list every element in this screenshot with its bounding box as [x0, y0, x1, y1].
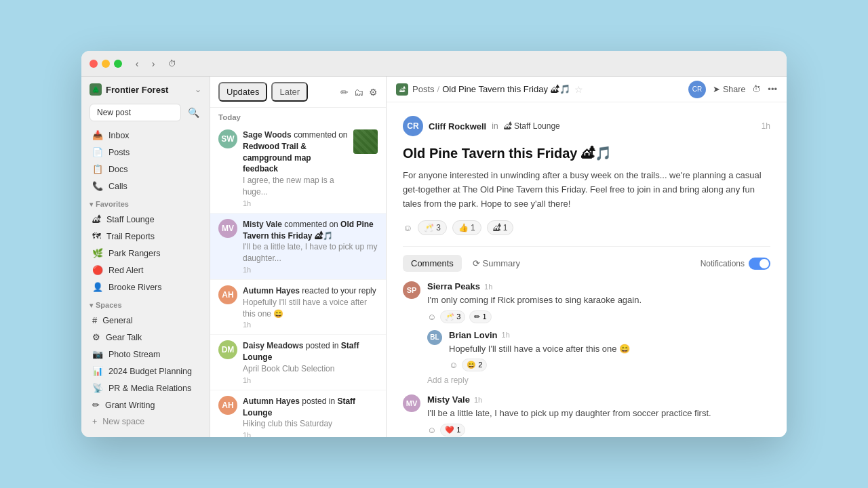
author-in: in [492, 121, 498, 131]
sidebar-item-docs[interactable]: 📋 Docs [84, 161, 207, 178]
tab-updates[interactable]: Updates [218, 82, 267, 102]
react-add-c2[interactable]: ☺ [427, 425, 436, 435]
breadcrumb: Posts / Old Pine Tavern this Friday 🏕🎵 [412, 84, 570, 94]
more-options-button[interactable]: ••• [768, 84, 777, 94]
archive-icon[interactable]: 🗂 [354, 87, 363, 98]
misty-text: I'll be a little late, I have to pick up… [427, 407, 770, 420]
trail-reports-icon: 🗺 [92, 231, 101, 241]
brian-avatar: BL [427, 330, 442, 345]
comment-1-body: Sierra Peaks 1h I'm only coming if Rick … [427, 281, 770, 385]
notif-content-3: Autumn Hayes reacted to your reply Hopef… [243, 285, 378, 329]
nav-arrows: ‹ › [130, 57, 160, 70]
notif-item-5[interactable]: AH Autumn Hayes posted in Staff Lounge H… [210, 390, 386, 437]
brian-body: Brian Lovin 1h Hopefully I'll still have… [449, 330, 770, 372]
sidebar-item-calls[interactable]: 📞 Calls [84, 178, 207, 195]
workspace-chevron[interactable]: ⌄ [195, 85, 201, 94]
staff-lounge-icon: 🏕 [92, 214, 101, 224]
reaction-c1-cheers[interactable]: 🥂 3 [440, 310, 465, 323]
space-tag[interactable]: 🏕 Staff Lounge [504, 121, 560, 131]
history-button[interactable]: ⏱ [165, 57, 179, 70]
sidebar-item-inbox[interactable]: 📥 Inbox [84, 127, 207, 144]
sidebar-item-brooke[interactable]: 👤 Brooke Rivers [84, 279, 207, 296]
back-button[interactable]: ‹ [130, 57, 144, 70]
close-button[interactable] [90, 60, 98, 68]
sierra-avatar: SP [403, 281, 420, 299]
share-button[interactable]: ➤ Share [713, 84, 745, 94]
chat-section[interactable]: ▾ Chat [81, 435, 210, 437]
post-text: For anyone interested in unwinding after… [403, 169, 770, 211]
comment-1: SP Sierra Peaks 1h I'm only coming if Ri… [403, 281, 770, 385]
new-space-button[interactable]: + New space [84, 413, 207, 430]
notifications-toggle-area: Notifications [701, 258, 770, 270]
reaction-thumbs[interactable]: 👍 1 [452, 220, 481, 235]
notif-item-1[interactable]: SW Sage Woods commented on Redwood Trail… [210, 124, 386, 214]
minimize-button[interactable] [102, 60, 110, 68]
sidebar-item-grant[interactable]: ✏ Grant Writing [84, 396, 207, 413]
sidebar-item-gear-talk[interactable]: ⚙ Gear Talk [84, 329, 207, 346]
react-add-r1[interactable]: ☺ [449, 360, 458, 370]
search-button[interactable]: 🔍 [185, 104, 201, 121]
avatar-daisy: DM [218, 340, 237, 359]
brian-text: Hopefully I'll still have a voice after … [449, 342, 770, 356]
user-avatar-header: CR [688, 81, 706, 98]
new-post-button[interactable]: New post [90, 104, 181, 121]
notifications-toggle[interactable] [749, 258, 770, 270]
traffic-lights [90, 60, 122, 68]
react-add-c1[interactable]: ☺ [427, 312, 436, 322]
maximize-button[interactable] [114, 60, 122, 68]
notif-item-3[interactable]: AH Autumn Hayes reacted to your reply Ho… [210, 280, 386, 335]
sidebar-item-photo-stream[interactable]: 📷 Photo Stream [84, 346, 207, 363]
sidebar-item-staff-lounge[interactable]: 🏕 Staff Lounge [84, 211, 207, 228]
main-layout: 🌲 Frontier Forest ⌄ New post 🔍 📥 Inbox 📄… [81, 77, 787, 437]
sidebar-item-park-rangers[interactable]: 🌿 Park Rangers [84, 245, 207, 262]
favorites-section[interactable]: ▾ Favorites [81, 195, 210, 211]
sidebar-item-posts[interactable]: 📄 Posts [84, 144, 207, 161]
author-name: Cliff Rockwell [429, 121, 486, 131]
post-title: Old Pine Tavern this Friday 🏕🎵 [403, 144, 770, 162]
settings-icon[interactable]: ⚙ [369, 87, 378, 98]
red-alert-icon: 🔴 [92, 265, 103, 275]
grant-icon: ✏ [92, 400, 100, 410]
avatar-sage: SW [218, 129, 237, 148]
sierra-reactions: ☺ 🥂 3 ✏ 1 [427, 310, 770, 323]
tab-later[interactable]: Later [271, 82, 308, 102]
gear-talk-icon: ⚙ [92, 332, 100, 342]
sidebar-item-budget[interactable]: 📊 2024 Budget Planning [84, 363, 207, 380]
spaces-section[interactable]: ▾ Spaces [81, 296, 210, 312]
tab-summary[interactable]: ⟳ Summary [465, 255, 528, 272]
brooke-icon: 👤 [92, 282, 103, 292]
reply-1: BL Brian Lovin 1h Hopefully I'll still h… [427, 330, 770, 372]
sidebar-item-pr[interactable]: 📡 PR & Media Relations [84, 380, 207, 396]
sidebar-item-trail-reports[interactable]: 🗺 Trail Reports [84, 228, 207, 245]
misty-avatar: MV [403, 394, 420, 412]
sidebar-item-red-alert[interactable]: 🔴 Red Alert [84, 262, 207, 279]
reaction-cheers[interactable]: 🥂 3 [418, 220, 447, 235]
sierra-time: 1h [484, 283, 492, 291]
forward-button[interactable]: › [146, 57, 160, 70]
notif-item-4[interactable]: DM Daisy Meadows posted in Staff Lounge … [210, 335, 386, 390]
tab-comments[interactable]: Comments [403, 255, 462, 272]
photo-stream-icon: 📷 [92, 349, 103, 359]
reaction-c2-heart[interactable]: ❤️ 1 [440, 424, 465, 436]
sidebar: 🌲 Frontier Forest ⌄ New post 🔍 📥 Inbox 📄… [81, 77, 210, 437]
add-reaction-button[interactable]: ☺ [403, 222, 412, 233]
workspace-name[interactable]: 🌲 Frontier Forest [90, 83, 168, 96]
sidebar-item-general[interactable]: # General [84, 312, 207, 329]
notif-content-2: Misty Vale commented on Old Pine Tavern … [243, 219, 378, 274]
reaction-r1-laugh[interactable]: 😄 2 [462, 359, 487, 371]
workspace-icon: 🌲 [90, 83, 102, 96]
misty-time: 1h [474, 396, 482, 404]
notifications-header: Updates Later ✏ 🗂 ⚙ [210, 77, 386, 108]
add-reply-1[interactable]: Add a reply [427, 375, 770, 385]
history-action-button[interactable]: ⏱ [752, 84, 761, 94]
brian-time: 1h [502, 331, 510, 339]
reaction-c1-pencil[interactable]: ✏ 1 [469, 310, 491, 323]
posts-icon: 📄 [92, 147, 103, 157]
compose-icon[interactable]: ✏ [340, 87, 349, 98]
star-button[interactable]: ☆ [574, 84, 583, 95]
breadcrumb-posts[interactable]: Posts [412, 84, 435, 94]
notif-item-2[interactable]: MV Misty Vale commented on Old Pine Tave… [210, 214, 386, 280]
reaction-tent[interactable]: 🏕 1 [487, 220, 514, 235]
post-reactions: ☺ 🥂 3 👍 1 🏕 1 [403, 220, 770, 235]
main-content: 🏕 Posts / Old Pine Tavern this Friday 🏕🎵… [387, 77, 787, 437]
